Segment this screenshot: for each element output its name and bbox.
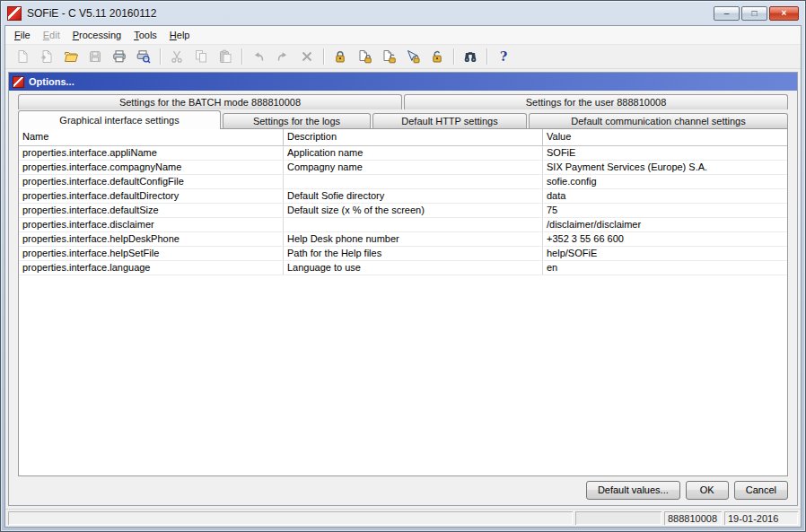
cell-description[interactable]: Default size (x % of the screen) — [284, 204, 543, 217]
outer-tab-strip: Settings for the BATCH mode 888810008Set… — [18, 94, 788, 109]
tab-batch-mode-settings[interactable]: Settings for the BATCH mode 888810008 — [18, 94, 402, 109]
cell-name[interactable]: properties.interface.language — [19, 261, 284, 275]
dialog-title-bar[interactable]: Options... — [9, 73, 797, 91]
default-values-button[interactable]: Default values... — [586, 481, 680, 500]
toolbar: ? — [5, 45, 801, 69]
redo-icon[interactable] — [273, 47, 293, 66]
tab-communication-settings[interactable]: Default communication channel settings — [529, 113, 788, 128]
table-row[interactable]: properties.interface.disclaimer/disclaim… — [19, 218, 787, 232]
svg-text:?: ? — [500, 49, 507, 64]
cell-description[interactable]: Path for the Help files — [284, 247, 543, 260]
print-preview-icon[interactable] — [134, 47, 153, 66]
encrypt-document-icon[interactable] — [355, 47, 374, 66]
menu-help[interactable]: Help — [163, 27, 197, 43]
table-row[interactable]: properties.interface.defaultSizeDefault … — [19, 204, 787, 218]
window-body: FileEditProcessingToolsHelp ? Options...… — [4, 25, 802, 528]
column-header-value[interactable]: Value — [543, 129, 787, 145]
help-icon[interactable]: ? — [494, 47, 513, 66]
cell-value[interactable]: sofie.config — [543, 175, 787, 188]
cell-value[interactable]: help/SOFiE — [543, 247, 787, 260]
open-document-icon[interactable] — [37, 47, 57, 66]
cell-value[interactable]: +352 3 55 66 600 — [543, 232, 787, 246]
tab-user-settings[interactable]: Settings for the user 888810008 — [404, 94, 788, 109]
cell-name[interactable]: properties.interface.defaultSize — [19, 204, 284, 217]
maximize-button[interactable]: □ — [741, 6, 767, 21]
app-logo-icon — [7, 6, 22, 21]
menu-edit[interactable]: Edit — [37, 27, 66, 43]
open-folder-icon[interactable] — [61, 47, 81, 66]
cell-value[interactable]: data — [543, 189, 787, 203]
close-button[interactable]: × — [769, 6, 799, 21]
search-icon[interactable] — [460, 47, 480, 66]
tab-http-settings[interactable]: Default HTTP settings — [372, 113, 527, 128]
dialog-title: Options... — [29, 76, 74, 87]
cancel-button[interactable]: Cancel — [734, 481, 788, 500]
print-icon[interactable] — [110, 47, 129, 66]
table-row[interactable]: properties.interface.languageLanguage to… — [19, 261, 787, 275]
cell-value[interactable]: SIX Payment Services (Europe) S.A. — [543, 161, 787, 174]
cell-name[interactable]: properties.interface.helpSetFile — [19, 247, 284, 260]
cell-name[interactable]: properties.interface.defaultConfigFile — [19, 175, 284, 188]
decrypt-icon[interactable] — [427, 47, 447, 66]
inner-tab-strip: Graphical interface settingsSettings for… — [18, 109, 788, 128]
column-header-description[interactable]: Description — [284, 129, 543, 145]
table-row[interactable]: properties.interface.helpDeskPhoneHelp D… — [19, 232, 787, 247]
delete-icon[interactable] — [297, 47, 317, 66]
new-document-icon[interactable] — [13, 47, 32, 66]
cell-value[interactable]: 75 — [543, 204, 787, 217]
cell-name[interactable]: properties.interface.helpDeskPhone — [19, 232, 284, 246]
workspace: Options... Settings for the BATCH mode 8… — [5, 69, 801, 509]
settings-table: Name Description Value properties.interf… — [18, 128, 788, 476]
cut-icon[interactable] — [167, 47, 187, 66]
cell-name[interactable]: properties.interface.appliName — [19, 146, 284, 160]
toolbar-separator — [241, 48, 242, 65]
cell-description[interactable]: Default Sofie directory — [284, 189, 543, 203]
cell-name[interactable]: properties.interface.disclaimer — [19, 218, 284, 231]
window-controls: –□× — [714, 6, 799, 21]
column-header-name[interactable]: Name — [19, 129, 284, 145]
ok-button[interactable]: OK — [686, 481, 729, 500]
window-title: SOFiE - C V5.11 20160112 — [27, 7, 156, 20]
cell-description[interactable]: Language to use — [284, 261, 543, 275]
table-header: Name Description Value — [19, 129, 787, 146]
cell-description[interactable]: Application name — [284, 146, 543, 160]
copy-icon[interactable] — [191, 47, 211, 66]
status-bar: 888810008 19-01-2016 — [5, 509, 801, 527]
paste-icon[interactable] — [215, 47, 235, 66]
cell-description[interactable] — [284, 175, 543, 188]
decrypt-document-icon[interactable] — [379, 47, 399, 66]
menu-file[interactable]: File — [8, 27, 37, 43]
table-body: properties.interface.appliNameApplicatio… — [19, 146, 787, 475]
status-date: 19-01-2016 — [724, 511, 798, 525]
menu-processing[interactable]: Processing — [66, 27, 127, 43]
toolbar-separator — [160, 48, 161, 65]
dialog-content: Settings for the BATCH mode 888810008Set… — [9, 91, 797, 505]
options-dialog: Options... Settings for the BATCH mode 8… — [8, 72, 798, 506]
tab-graphical-interface-settings[interactable]: Graphical interface settings — [18, 110, 221, 129]
cell-value[interactable]: en — [543, 261, 787, 275]
menu-bar: FileEditProcessingToolsHelp — [5, 26, 801, 45]
encrypt-icon[interactable] — [330, 47, 350, 66]
dialog-button-row: Default values...OKCancel — [18, 476, 788, 505]
undo-icon[interactable] — [249, 47, 268, 66]
status-user-id: 888810008 — [664, 511, 722, 525]
cell-description[interactable] — [284, 218, 543, 231]
cell-value[interactable]: SOFiE — [543, 146, 787, 160]
save-icon[interactable] — [85, 47, 105, 66]
minimize-button[interactable]: – — [714, 6, 740, 21]
title-bar[interactable]: SOFiE - C V5.11 20160112 –□× — [1, 1, 805, 25]
cell-name[interactable]: properties.interface.defaultDirectory — [19, 189, 284, 203]
table-row[interactable]: properties.interface.defaultDirectoryDef… — [19, 189, 787, 204]
toolbar-separator — [453, 48, 454, 65]
table-row[interactable]: properties.interface.appliNameApplicatio… — [19, 146, 787, 161]
table-row[interactable]: properties.interface.defaultConfigFileso… — [19, 175, 787, 189]
menu-tools[interactable]: Tools — [127, 27, 163, 43]
cell-description[interactable]: Compagny name — [284, 161, 543, 174]
table-row[interactable]: properties.interface.compagnyNameCompagn… — [19, 161, 787, 175]
tab-logs-settings[interactable]: Settings for the logs — [223, 113, 371, 128]
cell-name[interactable]: properties.interface.compagnyName — [19, 161, 284, 174]
table-row[interactable]: properties.interface.helpSetFilePath for… — [19, 247, 787, 261]
cell-value[interactable]: /disclaimer/disclaimer — [543, 218, 787, 231]
cell-description[interactable]: Help Desk phone number — [284, 232, 543, 246]
sign-document-icon[interactable] — [403, 47, 423, 66]
